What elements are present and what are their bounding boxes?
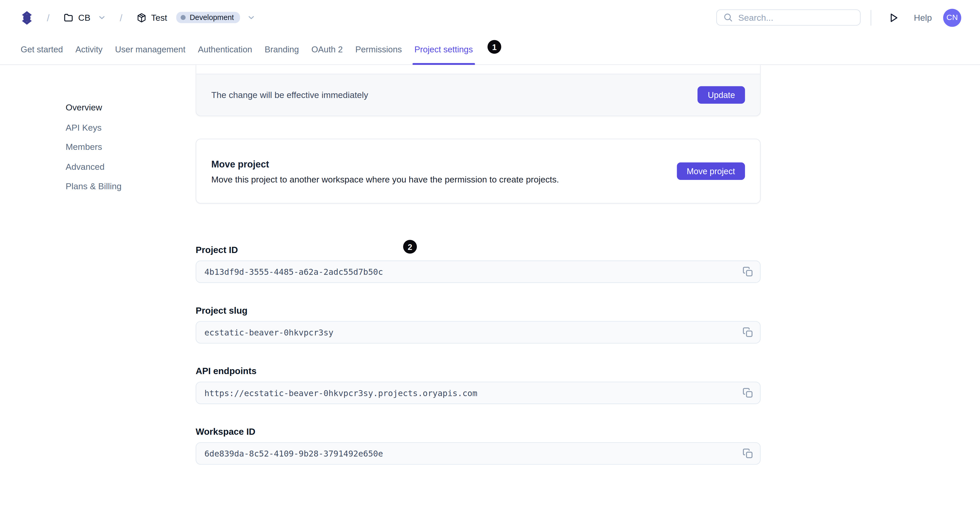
tab-user-management[interactable]: User management <box>115 35 186 65</box>
move-project-description: Move this project to another workspace w… <box>211 174 559 184</box>
project-switcher[interactable]: Test Development <box>136 12 256 23</box>
copy-icon <box>742 448 753 459</box>
update-card: The change will be effective immediately… <box>196 65 760 116</box>
chevron-down-icon <box>97 13 106 22</box>
settings-sidebar: Overview API Keys Members Advanced Plans… <box>66 103 122 191</box>
package-icon <box>136 12 147 23</box>
ory-logo-icon[interactable] <box>21 10 33 25</box>
tab-permissions[interactable]: Permissions <box>355 35 402 65</box>
copy-project-slug-button[interactable] <box>742 327 753 338</box>
annotation-badge-2: 2 <box>403 240 417 254</box>
project-id-box <box>196 260 760 283</box>
update-message: The change will be effective immediately <box>211 90 368 100</box>
sidebar-item-members[interactable]: Members <box>66 143 122 151</box>
tab-activity[interactable]: Activity <box>75 35 102 65</box>
sidebar-item-overview[interactable]: Overview <box>66 103 122 112</box>
workspace-id-box <box>196 442 760 465</box>
api-endpoints-value[interactable] <box>196 383 760 404</box>
update-button[interactable]: Update <box>698 86 745 104</box>
project-slug-box <box>196 321 760 343</box>
copy-project-id-button[interactable] <box>742 267 753 277</box>
api-endpoints-field-group: API endpoints <box>196 366 760 404</box>
header-actions: Help CN <box>716 8 961 27</box>
tab-get-started[interactable]: Get started <box>21 35 63 65</box>
move-project-card: Move project Move this project to anothe… <box>196 139 760 204</box>
top-header: / CB / Test Development <box>0 0 980 35</box>
workspace-id-field-group: Workspace ID <box>196 427 760 465</box>
tab-oauth2[interactable]: OAuth 2 <box>311 35 343 65</box>
sidebar-item-api-keys[interactable]: API Keys <box>66 123 122 132</box>
breadcrumb-separator: / <box>47 12 49 23</box>
tab-authentication[interactable]: Authentication <box>198 35 252 65</box>
workspace-id-label: Workspace ID <box>196 427 760 437</box>
project-slug-value[interactable] <box>196 322 760 343</box>
project-identifiers: Project ID Project slug AP <box>196 245 760 465</box>
api-endpoints-box <box>196 382 760 404</box>
help-link[interactable]: Help <box>914 13 932 22</box>
status-dot <box>181 15 186 20</box>
header-divider <box>871 10 871 25</box>
workspace-id-value[interactable] <box>196 443 760 464</box>
move-project-title: Move project <box>211 159 559 169</box>
folder-icon <box>63 12 74 23</box>
breadcrumb-separator: / <box>120 12 123 23</box>
copy-icon <box>742 387 753 398</box>
update-card-body <box>196 65 760 74</box>
move-project-button[interactable]: Move project <box>677 162 745 179</box>
chevron-down-icon <box>247 13 256 22</box>
user-avatar[interactable]: CN <box>943 8 961 27</box>
play-icon[interactable] <box>888 12 900 24</box>
tab-branding[interactable]: Branding <box>264 35 299 65</box>
environment-label: Development <box>189 13 234 22</box>
copy-api-endpoints-button[interactable] <box>742 387 753 398</box>
workspace-switcher[interactable]: CB <box>63 12 106 23</box>
project-id-label: Project ID <box>196 245 760 255</box>
move-project-text: Move project Move this project to anothe… <box>211 159 559 184</box>
project-id-value[interactable] <box>196 261 760 282</box>
update-card-footer: The change will be effective immediately… <box>196 74 760 115</box>
settings-main: The change will be effective immediately… <box>196 65 760 465</box>
search-box <box>716 10 861 26</box>
project-id-field-group: Project ID <box>196 245 760 283</box>
copy-workspace-id-button[interactable] <box>742 448 753 459</box>
workspace-name: CB <box>78 13 91 22</box>
project-slug-field-group: Project slug <box>196 305 760 343</box>
project-name: Test <box>151 13 167 22</box>
tab-project-settings[interactable]: Project settings <box>414 35 473 65</box>
sidebar-item-plans-billing[interactable]: Plans & Billing <box>66 182 122 191</box>
sidebar-item-advanced[interactable]: Advanced <box>66 162 122 171</box>
environment-badge: Development <box>177 12 240 23</box>
copy-icon <box>742 267 753 277</box>
search-icon <box>723 13 733 22</box>
ory-console-app: / CB / Test Development <box>0 0 980 519</box>
api-endpoints-label: API endpoints <box>196 366 760 376</box>
copy-icon <box>742 327 753 338</box>
annotation-badge-1: 1 <box>487 40 501 54</box>
search-input[interactable] <box>738 13 854 22</box>
project-slug-label: Project slug <box>196 305 760 316</box>
breadcrumb: / CB / Test Development <box>21 10 256 25</box>
